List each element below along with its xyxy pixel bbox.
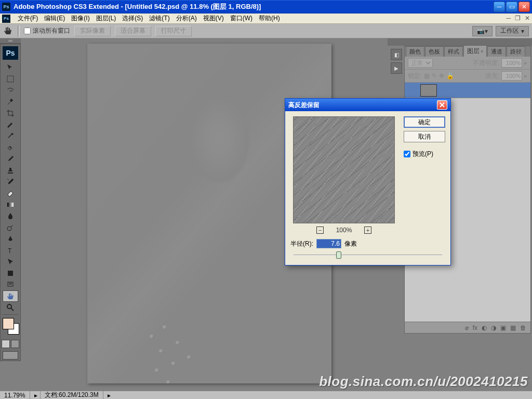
cancel-button[interactable]: 取消 — [404, 131, 445, 142]
print-size-button[interactable]: 打印尺寸 — [155, 26, 192, 36]
menu-select[interactable]: 选择(S) — [119, 14, 146, 23]
dodge-tool[interactable] — [3, 222, 18, 233]
gradient-tool[interactable] — [3, 199, 18, 210]
scroll-all-checkbox-input[interactable] — [24, 28, 31, 34]
layer-row-selected[interactable] — [405, 83, 530, 98]
dialog-close-button[interactable] — [437, 100, 447, 110]
eraser-tool[interactable] — [3, 188, 18, 199]
status-zoom[interactable]: 11.79% — [0, 391, 30, 399]
heal-tool[interactable] — [3, 142, 18, 153]
toolbox: Ps T — [0, 44, 21, 361]
stamp-tool[interactable] — [3, 165, 18, 176]
path-select-tool[interactable] — [3, 256, 18, 268]
tab-channels[interactable]: 通道 — [487, 46, 506, 57]
tab-color[interactable]: 颜色 — [406, 46, 424, 57]
status-doc-size[interactable]: 文档:60.2M/120.3M — [41, 391, 103, 399]
lock-all-icon[interactable]: 🔒 — [446, 72, 454, 79]
lock-pos-icon[interactable]: ✥ — [439, 72, 444, 79]
doc-minimize-icon[interactable]: ─ — [506, 15, 511, 22]
menu-filter[interactable]: 滤镜(T) — [146, 14, 172, 23]
menu-view[interactable]: 视图(V) — [200, 14, 227, 23]
menu-help[interactable]: 帮助(H) — [256, 14, 283, 23]
svg-point-6 — [7, 304, 11, 309]
layer-mask-icon[interactable]: ◐ — [482, 324, 487, 331]
zoom-out-button[interactable]: － — [316, 227, 324, 234]
scroll-all-windows-checkbox[interactable]: 滚动所有窗口 — [24, 26, 70, 35]
tab-swatches[interactable]: 色板 — [425, 46, 444, 57]
marquee-tool[interactable] — [3, 73, 18, 85]
color-swatches[interactable] — [1, 316, 20, 339]
minimize-button[interactable]: ─ — [494, 2, 505, 12]
crop-tool[interactable] — [3, 108, 18, 119]
menu-image[interactable]: 图像(I) — [68, 14, 92, 23]
goto-bridge-button[interactable]: 📷▾ — [472, 26, 493, 36]
wand-tool[interactable] — [3, 96, 18, 108]
layer-style-icon[interactable]: fx — [473, 324, 477, 331]
foreground-color-swatch[interactable] — [3, 318, 14, 329]
zoom-in-button[interactable]: ＋ — [364, 227, 371, 234]
layer-thumbnail[interactable] — [420, 84, 437, 97]
workspace-dropdown[interactable]: 工作区 ▾ — [496, 26, 529, 36]
menu-edit[interactable]: 编辑(E) — [41, 14, 68, 23]
collapsed-panel-icon-2[interactable]: ▶ — [391, 62, 402, 74]
tab-layers[interactable]: 图层× — [463, 45, 487, 57]
opacity-value[interactable]: 100% — [501, 58, 522, 68]
move-tool[interactable] — [3, 62, 18, 73]
slice-tool[interactable] — [3, 119, 18, 130]
standard-mode-button[interactable] — [2, 340, 10, 348]
radius-slider[interactable] — [290, 250, 445, 260]
scroll-all-label: 滚动所有窗口 — [33, 26, 70, 35]
toolbox-handle[interactable] — [0, 38, 21, 44]
new-layer-icon[interactable]: ▦ — [510, 324, 516, 331]
menu-layer[interactable]: 图层(L) — [93, 14, 119, 23]
maximize-button[interactable]: ▭ — [506, 2, 517, 12]
close-button[interactable]: ✕ — [518, 2, 530, 12]
radius-slider-thumb[interactable] — [336, 251, 341, 259]
history-brush-tool[interactable] — [3, 176, 18, 188]
pen-tool[interactable] — [3, 233, 18, 245]
menu-analysis[interactable]: 分析(A) — [173, 14, 200, 23]
tab-styles[interactable]: 样式 — [444, 46, 463, 57]
type-tool[interactable]: T — [3, 245, 18, 256]
blur-tool[interactable] — [3, 210, 18, 222]
collapsed-panel-icon-1[interactable]: ◧ — [391, 49, 402, 60]
ok-button[interactable]: 确定 — [404, 116, 445, 128]
hand-tool-indicator-icon — [3, 26, 14, 36]
menu-window[interactable]: 窗口(W) — [227, 14, 256, 23]
quickmask-mode-button[interactable] — [11, 340, 19, 348]
screenmode-button[interactable] — [3, 351, 18, 360]
preview-checkbox[interactable]: 预览(P) — [404, 150, 445, 158]
zoom-value: 100% — [336, 227, 352, 234]
group-icon[interactable]: ▣ — [500, 324, 506, 331]
panel-well[interactable] — [388, 38, 532, 46]
lasso-tool[interactable] — [3, 85, 18, 96]
svg-rect-0 — [7, 76, 14, 82]
fill-value[interactable]: 100% — [501, 71, 522, 81]
lock-trans-icon[interactable]: ▦ — [424, 72, 430, 79]
delete-layer-icon[interactable]: 🗑 — [520, 324, 526, 331]
dialog-titlebar[interactable]: 高反差保留 — [285, 99, 450, 111]
doc-close-icon[interactable]: ✕ — [525, 15, 530, 22]
adjustment-layer-icon[interactable]: ◑ — [491, 324, 496, 331]
link-layers-icon[interactable]: ⌀ — [465, 324, 469, 331]
eyedropper-tool[interactable] — [3, 130, 18, 142]
opacity-arrow-icon[interactable]: ▸ — [524, 59, 527, 66]
brush-tool[interactable] — [3, 153, 18, 165]
blend-mode-select[interactable]: 正常 — [408, 58, 433, 68]
menubar: Ps 文件(F) 编辑(E) 图像(I) 图层(L) 选择(S) 滤镜(T) 分… — [0, 14, 532, 24]
lock-pixels-icon[interactable]: ✎ — [432, 72, 437, 79]
doc-restore-icon[interactable]: ❐ — [515, 15, 521, 22]
hand-tool[interactable] — [3, 290, 18, 302]
tab-paths[interactable]: 路径 — [507, 46, 525, 57]
fit-screen-button[interactable]: 适合屏幕 — [115, 26, 151, 36]
radius-input[interactable] — [316, 239, 341, 248]
fill-arrow-icon[interactable]: ▸ — [524, 72, 527, 79]
status-icon[interactable]: ▸ — [30, 391, 41, 399]
preview-checkbox-input[interactable] — [404, 151, 410, 157]
shape-tool[interactable] — [3, 268, 18, 279]
actual-pixels-button[interactable]: 实际像素 — [74, 26, 111, 36]
menu-file[interactable]: 文件(F) — [15, 14, 41, 23]
zoom-tool[interactable] — [3, 302, 18, 313]
notes-tool[interactable] — [3, 279, 18, 290]
filter-preview[interactable] — [293, 116, 395, 223]
